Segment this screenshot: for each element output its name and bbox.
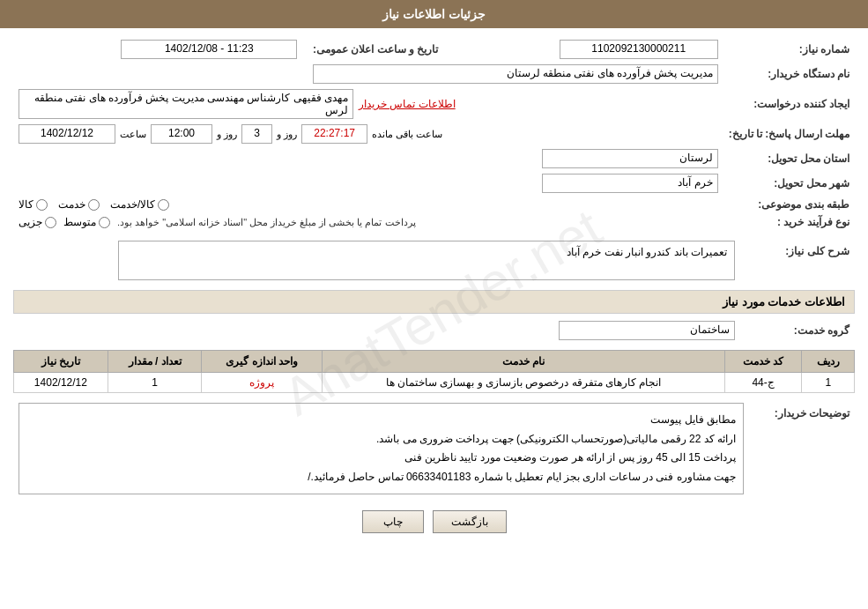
buyer-org-value: مدیریت پخش فرآورده های نفتی منطقه لرستان xyxy=(13,62,723,86)
category-radio-both[interactable] xyxy=(158,199,169,211)
reply-days-input: 3 xyxy=(241,124,272,144)
requester-label: ایجاد کننده درخواست: xyxy=(723,86,855,122)
remaining-time-label: روز و xyxy=(277,129,297,140)
service-group-value: ساختمان xyxy=(13,318,740,343)
announce-date-input: 1402/12/08 - 11:23 xyxy=(121,40,297,59)
buyer-desc-line4: جهت مشاوره فنی در ساعات اداری بجز ایام ت… xyxy=(26,468,736,487)
announce-date-label: تاریخ و ساعت اعلان عمومی: xyxy=(302,37,443,62)
time-label: ساعت xyxy=(120,129,146,140)
services-table: ردیف کد خدمت نام خدمت واحد اندازه گیری ت… xyxy=(13,350,855,393)
process-note: پرداخت تمام یا بخشی از مبلغ خریداز محل "… xyxy=(117,217,416,228)
print-button[interactable]: چاپ xyxy=(362,510,424,533)
need-desc-label: شرح کلی نیاز: xyxy=(740,238,855,283)
category-radio-kala[interactable] xyxy=(36,199,48,211)
cell-need-date: 1402/12/12 xyxy=(14,373,108,393)
reply-deadline-row: 1402/12/12 ساعت 12:00 روز و 3 روز و 22:2… xyxy=(13,122,723,146)
reply-remaining-input: 22:27:17 xyxy=(301,124,367,144)
col-unit: واحد اندازه گیری xyxy=(202,351,323,373)
buttons-row: بازگشت چاپ xyxy=(13,510,855,533)
page-title: جزئیات اطلاعات نیاز xyxy=(382,7,486,21)
back-button[interactable]: بازگشت xyxy=(433,510,507,533)
buyer-desc-value: مطابق فایل پیوست ارائه کد 22 رقمی مالیات… xyxy=(13,400,749,497)
province-value: لرستان xyxy=(13,146,723,171)
need-number-value: 1102092130000211 xyxy=(461,37,723,62)
table-row: 1 ج-44 انجام کارهای متفرقه درخصوص بازساز… xyxy=(14,373,855,393)
need-desc-value: تعمیرات باند کندرو انبار نفت خرم آباد xyxy=(13,238,740,283)
days-separator-label: روز و xyxy=(217,129,237,140)
process-partial-label: جزیی xyxy=(19,216,42,228)
hours-remaining-label: ساعت باقی مانده xyxy=(372,129,442,140)
need-desc-input: تعمیرات باند کندرو انبار نفت خرم آباد xyxy=(118,241,735,280)
category-option-service[interactable]: خدمت xyxy=(58,198,100,211)
city-value: خرم آباد xyxy=(13,171,723,196)
category-both-label: کالا/خدمت xyxy=(110,198,155,211)
category-service-label: خدمت xyxy=(58,198,85,211)
process-medium-label: متوسط xyxy=(63,216,96,228)
buyer-org-input: مدیریت پخش فرآورده های نفتی منطقه لرستان xyxy=(313,64,718,84)
category-label: طبقه بندی موضوعی: xyxy=(723,196,855,213)
requester-value: مهدی فقیهی کارشناس مهندسی مدیریت پخش فرآ… xyxy=(13,86,723,122)
process-radio-partial[interactable] xyxy=(45,217,56,228)
province-input: لرستان xyxy=(542,149,718,168)
need-number-label: شماره نیاز: xyxy=(723,37,855,62)
city-label: شهر محل تحویل: xyxy=(723,171,855,196)
city-input: خرم آباد xyxy=(542,174,718,193)
page-header: جزئیات اطلاعات نیاز xyxy=(0,0,868,28)
buyer-org-label: نام دستگاه خریدار: xyxy=(723,62,855,86)
service-group-label: گروه خدمت: xyxy=(740,318,855,343)
category-option-both[interactable]: کالا/خدمت xyxy=(110,198,169,211)
buyer-desc-section: توضیحات خریدار: مطابق فایل پیوست ارائه ک… xyxy=(13,400,855,497)
cell-row-num: 1 xyxy=(802,373,855,393)
reply-deadline-label: مهلت ارسال پاسخ: تا تاریخ: xyxy=(723,122,855,146)
need-desc-section: شرح کلی نیاز: تعمیرات باند کندرو انبار ن… xyxy=(13,238,855,283)
need-number-input: 1102092130000211 xyxy=(560,40,718,59)
col-service-code: کد خدمت xyxy=(724,351,802,373)
buyer-desc-input: مطابق فایل پیوست ارائه کد 22 رقمی مالیات… xyxy=(19,403,744,494)
col-need-date: تاریخ نیاز xyxy=(14,351,108,373)
category-radio-service[interactable] xyxy=(88,199,100,211)
category-options: کالا خدمت کالا/خدمت xyxy=(13,196,723,213)
province-label: استان محل تحویل: xyxy=(723,146,855,171)
process-type-label: نوع فرآیند خرید : xyxy=(723,213,855,231)
reply-date-input: 1402/12/12 xyxy=(19,124,115,144)
process-type-row: جزیی متوسط پرداخت تمام یا بخشی از مبلغ خ… xyxy=(13,213,723,231)
process-radio-medium[interactable] xyxy=(99,217,110,228)
buyer-desc-line3: پرداخت 15 الی 45 روز پس از ارائه هر صورت… xyxy=(26,449,736,468)
cell-service-code: ج-44 xyxy=(724,373,802,393)
col-quantity: تعداد / مقدار xyxy=(108,351,202,373)
contact-link[interactable]: اطلاعات تماس خریدار xyxy=(359,98,456,110)
buyer-desc-label: توضیحات خریدار: xyxy=(749,400,855,497)
cell-unit: پروژه xyxy=(202,373,323,393)
cell-quantity: 1 xyxy=(108,373,202,393)
cell-service-name: انجام کارهای متفرقه درخصوص بازسازی و بهس… xyxy=(323,373,725,393)
col-service-name: نام خدمت xyxy=(323,351,725,373)
process-option-partial[interactable]: جزیی xyxy=(19,216,56,228)
category-kala-label: کالا xyxy=(19,198,33,211)
category-option-kala[interactable]: کالا xyxy=(19,198,48,211)
requester-input: مهدی فقیهی کارشناس مهندسی مدیریت پخش فرآ… xyxy=(19,89,353,119)
reply-time-input: 12:00 xyxy=(151,124,212,144)
buyer-desc-line2: ارائه کد 22 رقمی مالیاتی(صورتحساب الکترو… xyxy=(26,430,736,449)
col-row-num: ردیف xyxy=(802,351,855,373)
buyer-desc-line1: مطابق فایل پیوست xyxy=(26,411,736,430)
info-section: شماره نیاز: 1102092130000211 تاریخ و ساع… xyxy=(13,37,855,231)
service-group-input: ساختمان xyxy=(559,321,735,340)
services-section-header: اطلاعات خدمات مورد نیاز xyxy=(13,290,855,314)
announce-date-value: 1402/12/08 - 11:23 xyxy=(13,37,302,62)
service-group-row: گروه خدمت: ساختمان xyxy=(13,318,855,343)
process-option-medium[interactable]: متوسط xyxy=(63,216,110,228)
